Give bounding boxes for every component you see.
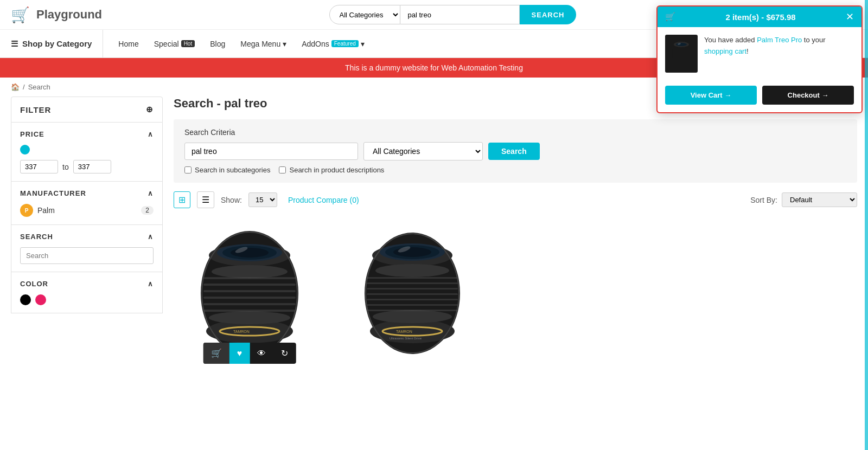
search-filter-section: SEARCH ∧ <box>11 225 163 272</box>
criteria-label: Search Criteria <box>184 128 846 137</box>
compare-btn-1[interactable]: ↻ <box>273 343 296 364</box>
cart-popup-message: You have added Palm Treo Pro to your sho… <box>704 35 854 57</box>
svg-rect-30 <box>367 288 458 290</box>
show-label: Show: <box>221 196 242 204</box>
subcategories-checkbox-label[interactable]: Search in subcategories <box>184 166 270 174</box>
cart-popup-footer: View Cart → Checkout → <box>658 80 861 112</box>
hot-badge: Hot <box>181 40 195 47</box>
breadcrumb-current: Search <box>28 83 50 91</box>
top-search-area: All Categories SEARCH <box>329 5 577 24</box>
color-swatches <box>20 294 154 305</box>
shop-by-label: Shop by Category <box>22 39 92 48</box>
top-category-select[interactable]: All Categories <box>329 5 400 24</box>
cart-popup-body: You have added Palm Treo Pro to your sho… <box>658 27 861 80</box>
product-actions-1: 🛒 ♥ 👁 ↻ <box>203 343 296 364</box>
price-section-header[interactable]: PRICE ∧ <box>20 130 154 138</box>
criteria-category-select[interactable]: All Categories <box>363 142 483 160</box>
svg-point-4 <box>212 265 288 278</box>
sidebar-search-input[interactable] <box>20 247 154 264</box>
svg-rect-13 <box>203 297 296 299</box>
nav-addons[interactable]: AddOns Featured ▾ <box>295 36 371 52</box>
product-link-popup[interactable]: Palm Treo Pro <box>757 36 802 44</box>
cart-popup-header: 🛒 2 item(s) - $675.98 ✕ <box>658 7 861 27</box>
search-section-header[interactable]: SEARCH ∧ <box>20 233 154 241</box>
search-criteria-box: Search Criteria All Categories Search Se… <box>174 119 857 183</box>
compare-link[interactable]: Product Compare (0) <box>288 196 359 204</box>
view-cart-button[interactable]: View Cart → <box>665 86 757 105</box>
filter-title: FILTER <box>20 105 51 114</box>
logo-area: 🛒 Playground <box>11 6 102 24</box>
svg-text:TAMRON: TAMRON <box>396 330 412 333</box>
price-slider-dot[interactable] <box>20 145 30 155</box>
descriptions-checkbox[interactable] <box>279 166 286 173</box>
manufacturer-filter-section: MANUFACTURER ∧ P Palm 2 <box>11 182 163 225</box>
nav-mega-menu[interactable]: Mega Menu ▾ <box>234 36 293 52</box>
product-lens-svg-2: TAMRON Ultrasonic Silent Drive <box>353 223 472 364</box>
hamburger-icon: ☰ <box>11 39 18 49</box>
color-section-header[interactable]: COLOR ∧ <box>20 280 154 288</box>
svg-rect-11 <box>203 284 296 286</box>
shop-by-category-nav[interactable]: ☰ Shop by Category <box>11 30 103 57</box>
nav-blog[interactable]: Blog <box>203 36 232 52</box>
wishlist-btn-1[interactable]: ♥ <box>229 343 250 364</box>
descriptions-checkbox-label[interactable]: Search in product descriptions <box>279 166 384 174</box>
svg-rect-32 <box>367 299 458 300</box>
filter-header: FILTER ⊕ <box>11 97 163 123</box>
chevron-down-icon-addons: ▾ <box>361 40 365 48</box>
list-view-button[interactable]: ☰ <box>197 191 214 208</box>
breadcrumb-separator: / <box>23 83 25 91</box>
manufacturer-item[interactable]: P Palm 2 <box>20 204 154 217</box>
svg-rect-28 <box>367 277 458 279</box>
top-search-button[interactable]: SEARCH <box>520 5 577 24</box>
svg-rect-34 <box>367 310 458 311</box>
sort-area: Sort By: Default Name (A-Z) Price (Low-H… <box>750 192 857 207</box>
price-range: to <box>20 160 154 173</box>
quickview-btn-1[interactable]: 👁 <box>250 343 273 364</box>
nav-links: Home Special Hot Blog Mega Menu ▾ AddOns… <box>103 36 371 52</box>
criteria-search-button[interactable]: Search <box>488 143 540 160</box>
grid-view-button[interactable]: ⊞ <box>174 191 190 208</box>
breadcrumb-home[interactable]: 🏠 <box>11 83 20 91</box>
manufacturer-section-header[interactable]: MANUFACTURER ∧ <box>20 189 154 197</box>
logo-text: Playground <box>36 8 102 22</box>
show-per-page-select[interactable]: 15 25 50 <box>248 192 277 207</box>
sidebar: FILTER ⊕ PRICE ∧ to MANUFACTURER ∧ P <box>11 97 163 370</box>
cart-product-thumbnail <box>665 35 698 73</box>
color-swatch-pink[interactable] <box>35 294 46 305</box>
content-area: Search - pal treo Search Criteria All Ca… <box>174 97 857 370</box>
checkout-button[interactable]: Checkout → <box>762 86 854 105</box>
price-to-label: to <box>62 163 69 171</box>
sort-select[interactable]: Default Name (A-Z) Price (Low-High) <box>782 192 857 207</box>
search-collapse-icon: ∧ <box>148 233 154 241</box>
svg-text:Ultrasonic Silent Drive: Ultrasonic Silent Drive <box>390 337 422 340</box>
color-swatch-black[interactable] <box>20 294 31 305</box>
svg-rect-14 <box>203 303 296 305</box>
add-to-cart-btn-1[interactable]: 🛒 <box>203 343 229 364</box>
cart-popup-close-button[interactable]: ✕ <box>846 12 854 22</box>
criteria-search-input[interactable] <box>184 143 358 160</box>
criteria-options: Search in subcategories Search in produc… <box>184 166 846 174</box>
cart-popup: 🛒 2 item(s) - $675.98 ✕ You have added P… <box>656 5 863 113</box>
filter-toggle-icon[interactable]: ⊕ <box>146 105 154 114</box>
price-min-input[interactable] <box>20 160 58 173</box>
svg-point-22 <box>375 264 449 277</box>
product-image-1: TAMRON 🛒 ♥ 👁 ↻ <box>174 217 325 369</box>
criteria-row: All Categories Search <box>184 142 846 160</box>
palm-logo: P <box>20 204 33 217</box>
cart-link-popup[interactable]: shopping cart <box>704 47 746 55</box>
top-search-input[interactable] <box>400 5 520 24</box>
svg-point-40 <box>676 43 687 46</box>
svg-rect-31 <box>367 293 458 295</box>
price-collapse-icon: ∧ <box>148 130 154 138</box>
featured-badge: Featured <box>331 40 359 47</box>
svg-point-23 <box>373 310 452 323</box>
svg-text:TAMRON: TAMRON <box>233 330 250 333</box>
price-max-input[interactable] <box>73 160 111 173</box>
nav-home[interactable]: Home <box>112 36 145 52</box>
sort-label: Sort By: <box>750 196 777 204</box>
subcategories-checkbox[interactable] <box>184 166 192 173</box>
products-toolbar: ⊞ ☰ Show: 15 25 50 Product Compare (0) S… <box>174 191 857 208</box>
svg-point-5 <box>209 311 290 324</box>
nav-special[interactable]: Special Hot <box>148 36 201 52</box>
cart-popup-title: 2 item(s) - $675.98 <box>725 12 795 22</box>
